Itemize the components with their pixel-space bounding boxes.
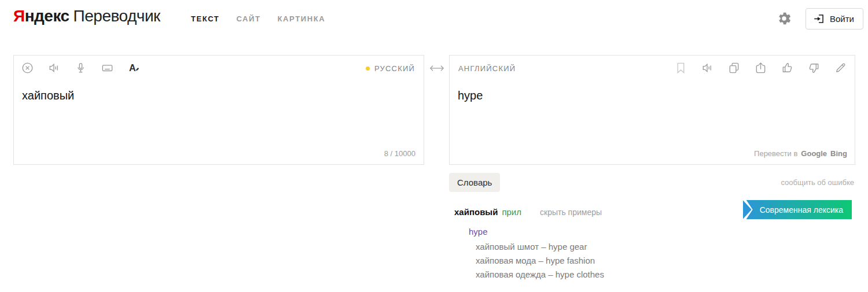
example-item: хайповая мода – hype fashion [476,254,604,268]
part-of-speech: прил [502,207,521,217]
yandex-translate-logo[interactable]: ЯндексПереводчик [13,7,160,25]
example-item: хайповый шмот – hype gear [476,240,604,254]
logo-product: Переводчик [73,7,160,25]
report-error-link[interactable]: сообщить об ошибке [781,178,854,187]
edit-icon[interactable] [834,61,847,75]
speaker-icon[interactable] [701,61,714,75]
copy-icon[interactable] [727,61,741,75]
language-dot-icon [366,66,370,71]
badge-label: Современная лексика [743,200,852,219]
source-language-selector[interactable]: РУССКИЙ [366,64,415,73]
spellcheck-icon[interactable]: A [127,61,141,75]
logo-brand: Яндекс [13,7,69,25]
share-icon[interactable] [754,61,767,75]
source-text-input[interactable]: хайповый [22,89,74,102]
examples-list: хайповый шмот – hype gear хайповая мода … [476,240,604,282]
dictionary-tab[interactable]: Словарь [449,173,500,192]
target-language-selector[interactable]: АНГЛИЙСКИЙ [458,64,516,73]
bookmark-icon[interactable] [674,61,687,75]
char-counter: 8 / 10000 [384,149,415,158]
login-label: Войти [830,14,854,24]
dictionary-entry-header: хайповыйприлскрыть примеры [454,207,602,217]
tab-image[interactable]: КАРТИНКА [278,14,326,23]
top-nav: ТЕКСТ САЙТ КАРТИНКА [191,14,325,23]
target-toolbar [674,61,847,75]
translate-in-row: Перевести вGoogleBing [754,149,847,158]
engine-bing-link[interactable]: Bing [830,149,847,158]
thumbs-up-icon[interactable] [781,61,794,75]
settings-button[interactable] [776,10,792,27]
source-language-label: РУССКИЙ [374,64,415,73]
keyboard-icon[interactable] [101,61,114,75]
login-icon [813,13,825,25]
dictionary-section: Словарь сообщить об ошибке хайповыйприлс… [449,173,855,289]
source-toolbar: A [21,61,141,75]
engine-google-link[interactable]: Google [801,149,827,158]
login-button[interactable]: Войти [806,8,863,29]
dictionary-headword: хайповый [454,207,498,217]
translate-in-label: Перевести в [754,149,797,158]
source-panel: A РУССКИЙ хайповый 8 / 10000 [13,55,424,165]
gear-icon [776,10,792,27]
translation-output: hype [458,89,483,102]
example-item: хайповая одежда – hype clothes [476,268,604,282]
clear-icon[interactable] [21,61,34,75]
target-language-label: АНГЛИЙСКИЙ [458,64,516,73]
dictionary-translation-link[interactable]: hype [469,227,488,236]
microphone-icon[interactable] [74,61,87,75]
swap-languages-button[interactable] [424,64,449,73]
svg-text:A: A [129,62,136,73]
speaker-icon[interactable] [47,61,61,75]
hide-examples-link[interactable]: скрыть примеры [540,208,602,217]
swap-arrows-icon [429,64,445,73]
thumbs-down-icon[interactable] [807,61,821,75]
modern-lexicon-badge: Современная лексика [743,200,852,219]
yandex-translate-page: ЯндексПереводчик ТЕКСТ САЙТ КАРТИНКА Вой… [0,0,868,292]
tab-site[interactable]: САЙТ [236,14,260,23]
tab-text[interactable]: ТЕКСТ [191,14,219,23]
target-panel: АНГЛИЙСКИЙ [449,55,855,165]
